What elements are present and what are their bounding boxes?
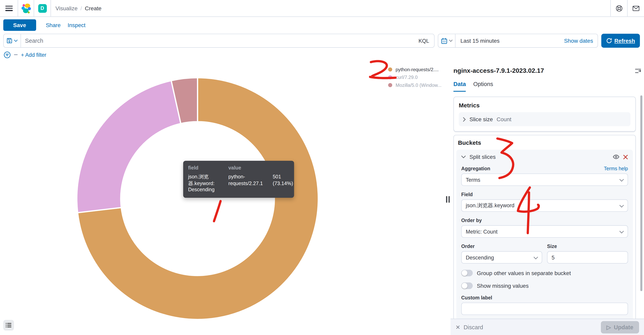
legend-dot (388, 83, 392, 87)
toggle-visibility-button[interactable] (613, 155, 619, 159)
group-other-label: Group other values in separate bucket (477, 270, 571, 276)
legend-label: Mozilla/5.0 (Window... (396, 83, 442, 88)
inspect-button[interactable]: Inspect (68, 22, 86, 28)
calendar-icon (441, 38, 447, 44)
index-pattern-title: nginx-access-7.9.1-2023.02.17 (453, 67, 544, 74)
chevron-down-icon[interactable] (461, 155, 466, 158)
save-query-icon (6, 38, 12, 44)
terms-help-link[interactable]: Terms help (604, 166, 628, 171)
show-missing-toggle[interactable] (461, 282, 473, 289)
filter-icon[interactable] (4, 51, 11, 58)
chevron-down-icon (619, 205, 624, 208)
remove-bucket-button[interactable] (623, 154, 628, 159)
field-select[interactable]: json.浏览器.keyword (461, 199, 628, 212)
aggregation-label: Aggregation (461, 166, 490, 171)
chart-legend: python-requests/2....curl/7.29.0Mozilla/… (388, 67, 442, 88)
breadcrumb-separator: / (80, 5, 82, 11)
metrics-heading: Metrics (459, 102, 630, 109)
chevron-right-icon (463, 117, 466, 122)
legend-item-2[interactable]: Mozilla/5.0 (Window... (388, 83, 442, 88)
collapse-icon (635, 68, 641, 73)
chevron-down-icon (619, 231, 624, 234)
chevron-down-icon (14, 40, 18, 42)
newsfeed-button[interactable] (627, 0, 644, 17)
close-icon: ✕ (456, 324, 460, 330)
order-by-label: Order by (461, 217, 482, 223)
kibana-visualize-create-screen: D Visualize / Create Save Share Inspec (0, 0, 644, 335)
show-dates-button[interactable]: Show dates (564, 38, 598, 44)
mail-icon (632, 6, 639, 11)
legend-dot (388, 75, 392, 79)
metrics-card: Metrics Slice size Count (453, 97, 636, 132)
visualize-toolbar: Save Share Inspect (3, 19, 86, 31)
split-slices-panel: Split slices Aggregation (456, 150, 633, 335)
pinned-filter-divider (14, 54, 18, 55)
tab-data[interactable]: Data (453, 81, 466, 92)
donut-chart (76, 77, 320, 321)
search-box: KQL (3, 34, 434, 48)
legend-toggle-button[interactable] (3, 320, 14, 331)
refresh-button[interactable]: Refresh (601, 34, 640, 48)
tooltip-value: python- requests/2.27.1 (228, 174, 270, 193)
legend-label: python-requests/2.... (396, 67, 438, 72)
discard-button[interactable]: ✕ Discard (456, 324, 483, 330)
aggregation-select[interactable]: Terms (461, 173, 628, 186)
tooltip-field: json.浏览 器.keyword: Descending (188, 174, 226, 193)
custom-label-label: Custom label (461, 295, 492, 300)
elastic-logo-icon (21, 3, 31, 14)
play-icon: ▷ (606, 324, 611, 330)
update-button[interactable]: ▷ Update (601, 321, 639, 333)
help-button[interactable] (610, 0, 627, 17)
chevron-down-icon (619, 179, 624, 182)
filter-bar: + Add filter (4, 51, 46, 59)
date-picker: Last 15 minutes Show dates (438, 34, 598, 48)
hamburger-icon (5, 6, 12, 11)
buckets-heading: Buckets (458, 139, 633, 146)
panel-scrollbar[interactable] (640, 95, 642, 291)
group-other-toggle[interactable] (461, 270, 473, 276)
collapse-panel-button[interactable] (635, 68, 641, 73)
order-select[interactable]: Descending (461, 251, 542, 263)
size-input[interactable] (547, 251, 628, 263)
header-right-actions (610, 0, 644, 17)
chevron-down-icon (449, 40, 452, 42)
legend-item-1[interactable]: curl/7.29.0 (388, 75, 442, 80)
space-selector[interactable]: D (34, 0, 51, 17)
tab-options[interactable]: Options (473, 81, 493, 92)
list-icon (6, 323, 12, 328)
eye-icon (613, 155, 619, 159)
chevron-down-icon (534, 256, 538, 259)
chart-area: python-requests/2....curl/7.29.0Mozilla/… (0, 63, 450, 335)
custom-label-input[interactable] (461, 302, 628, 315)
saved-query-menu-button[interactable] (4, 34, 21, 48)
pie-slice-1[interactable] (77, 81, 181, 213)
search-input[interactable] (21, 37, 418, 44)
help-icon (616, 5, 622, 12)
size-label: Size (547, 243, 557, 249)
chart-tooltip: field value json.浏览 器.keyword: Descendin… (183, 161, 294, 198)
elastic-home-button[interactable] (18, 0, 34, 17)
slice-size-value: Count (497, 116, 512, 122)
legend-item-0[interactable]: python-requests/2.... (388, 67, 442, 72)
save-button[interactable]: Save (3, 19, 36, 31)
order-label: Order (461, 243, 475, 249)
breadcrumb-section[interactable]: Visualize (56, 5, 78, 11)
panel-resize-handle[interactable] (446, 196, 450, 203)
query-language-button[interactable]: KQL (418, 38, 434, 44)
breadcrumb: Visualize / Create (51, 0, 102, 17)
split-slices-label: Split slices (469, 154, 496, 160)
field-label: Field (461, 192, 473, 197)
buckets-card: Buckets Split slices (453, 135, 636, 335)
time-range-value[interactable]: Last 15 minutes (456, 38, 500, 44)
date-quick-menu-button[interactable] (438, 34, 455, 48)
legend-dot (388, 68, 392, 72)
nav-menu-button[interactable] (0, 0, 18, 17)
slice-size-accordion[interactable]: Slice size Count (459, 112, 630, 126)
legend-label: curl/7.29.0 (396, 75, 418, 80)
order-by-select[interactable]: Metric: Count (461, 225, 628, 237)
add-filter-button[interactable]: + Add filter (21, 52, 46, 58)
share-button[interactable]: Share (46, 22, 61, 28)
panel-footer: ✕ Discard ▷ Update (450, 318, 644, 335)
editor-tabs: Data Options (453, 81, 641, 92)
close-icon (623, 154, 628, 159)
